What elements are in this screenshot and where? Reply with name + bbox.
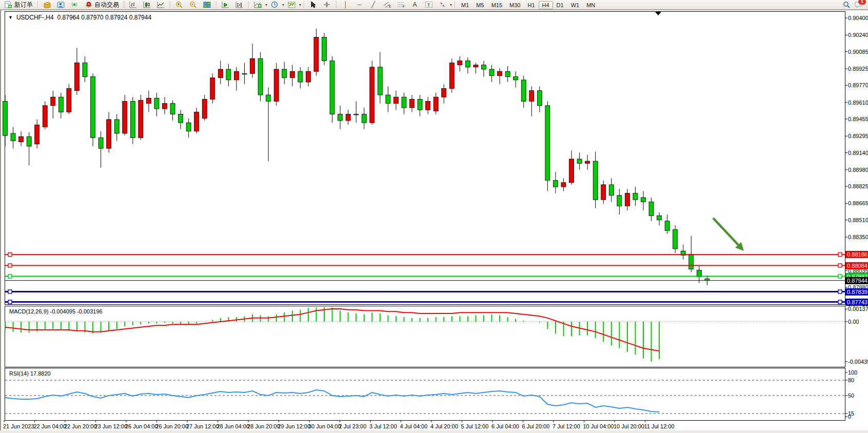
candle <box>234 71 239 80</box>
price-tick: 0.88350 <box>848 234 868 241</box>
price-tick: 0.88510 <box>848 217 868 224</box>
price-tick: 0.89140 <box>848 150 868 156</box>
indicators-icon[interactable] <box>251 1 264 9</box>
candle <box>67 89 71 112</box>
channel-tool-icon[interactable]: E <box>381 1 393 9</box>
trendline-tool-icon[interactable]: ╱ <box>367 1 380 9</box>
periods-clock-icon[interactable] <box>268 1 281 9</box>
text-tool-icon[interactable]: A <box>408 1 421 9</box>
price-tick: 0.88980 <box>848 167 868 173</box>
time-tick-label: 3 Jul 12:00 <box>369 423 397 429</box>
zoom-out-icon[interactable] <box>187 1 200 9</box>
candle <box>537 91 542 106</box>
tile-windows-icon[interactable] <box>201 1 213 9</box>
candle <box>689 254 694 269</box>
timeframe-m1[interactable]: M1 <box>458 1 472 9</box>
templates-icon[interactable] <box>285 1 298 9</box>
autotrading-button[interactable]: 自动交易 <box>82 0 121 9</box>
macd-axis-label: -0.004356 <box>848 359 868 365</box>
templates-dropdown-icon[interactable]: ▾ <box>299 3 301 7</box>
timeframe-w1[interactable]: W1 <box>567 1 583 9</box>
candle <box>91 77 95 138</box>
crosshair-tool-icon[interactable] <box>321 1 333 9</box>
arrows-tool-icon[interactable] <box>436 1 449 9</box>
candle <box>465 61 470 67</box>
vertical-line-tool-icon[interactable]: │ <box>339 1 352 9</box>
separator <box>302 1 306 8</box>
toolbar-grip <box>123 1 125 8</box>
candle <box>482 65 486 69</box>
time-tick-label: 22 Jun 20:00 <box>64 423 97 429</box>
price-tick: 0.90085 <box>848 49 868 55</box>
svg-text:E: E <box>389 5 391 8</box>
cursor-tool-icon[interactable] <box>307 1 320 9</box>
chart-shift-icon[interactable] <box>233 1 246 9</box>
candle <box>74 63 79 91</box>
candle <box>258 58 263 95</box>
timeframe-m5[interactable]: M5 <box>472 1 487 9</box>
candle <box>410 99 415 108</box>
horizontal-line-tool-icon[interactable]: ─ <box>353 1 366 9</box>
candle <box>378 67 382 95</box>
new-order-button[interactable]: 新订单 <box>2 0 35 9</box>
search-icon[interactable] <box>842 1 851 9</box>
time-tick-label: 23 Jun 12:00 <box>95 423 128 429</box>
candle <box>306 71 310 82</box>
candle <box>489 69 494 76</box>
collapse-icon[interactable]: ▼ <box>8 15 13 20</box>
label-tool-icon[interactable]: T <box>422 1 435 9</box>
candle <box>665 221 669 231</box>
candle <box>633 193 638 200</box>
macd-axis-label: 0.001375 <box>848 306 868 312</box>
candle-chart-type-icon[interactable] <box>141 1 153 9</box>
chart-window[interactable]: ▼ USDCHF-,H4 0.87964 0.87970 0.87924 0.8… <box>0 10 868 430</box>
candle <box>130 102 135 138</box>
timeframe-d1[interactable]: D1 <box>553 1 567 9</box>
zoom-in-icon[interactable] <box>173 1 186 9</box>
separator <box>214 1 218 8</box>
timeframe-h1[interactable]: H1 <box>524 1 538 9</box>
timeframe-m30[interactable]: M30 <box>506 1 524 9</box>
periods-dropdown-icon[interactable]: ▾ <box>282 3 284 7</box>
candle <box>569 159 574 183</box>
time-tick-label: 22 Jun 04:00 <box>34 423 67 429</box>
candle <box>290 71 294 78</box>
timeframe-h4[interactable]: H4 <box>539 1 553 9</box>
auto-scroll-icon[interactable] <box>219 1 232 9</box>
candle <box>266 95 271 102</box>
candle <box>27 136 31 146</box>
fibonacci-tool-icon[interactable]: F <box>394 1 407 9</box>
indicators-dropdown-icon[interactable]: ▾ <box>265 3 267 7</box>
candle <box>3 102 8 136</box>
price-badge-red: 0.88186 <box>845 251 868 258</box>
candle <box>51 97 55 106</box>
candle <box>35 125 40 144</box>
time-tick-label: 7 Jul 12:00 <box>553 423 580 429</box>
timeframe-mn[interactable]: MN <box>583 1 599 9</box>
candle <box>322 37 327 61</box>
market-watch-icon[interactable] <box>41 1 53 9</box>
strategy-tester-icon[interactable] <box>68 1 81 9</box>
price-tick: 0.89770 <box>848 82 868 89</box>
price-tick: 0.88825 <box>848 183 868 190</box>
candle <box>442 89 446 97</box>
toolbar: 新订单 自动交易 <box>0 0 868 10</box>
bar-chart-type-icon[interactable] <box>127 1 140 9</box>
line-chart-type-icon[interactable] <box>154 1 167 9</box>
candle <box>402 97 406 108</box>
data-window-icon[interactable] <box>54 1 67 9</box>
time-tick-label: 27 Jun 12:00 <box>186 423 219 429</box>
timeframe-m15[interactable]: M15 <box>488 1 506 9</box>
candle <box>514 77 518 80</box>
arrows-dropdown-icon[interactable]: ▾ <box>450 3 452 7</box>
candle <box>218 69 223 78</box>
time-tick-label: 11 Jul 12:00 <box>644 423 675 429</box>
candle <box>163 104 167 109</box>
price-tick: 0.89295 <box>848 133 868 140</box>
time-tick-label: 28 Jun 20:00 <box>247 423 280 429</box>
autotrading-label: 自动交易 <box>94 1 119 9</box>
chart-canvas[interactable] <box>1 10 868 431</box>
candle <box>474 65 478 67</box>
chat-icon[interactable]: 1 <box>854 1 863 9</box>
candle <box>170 104 175 114</box>
